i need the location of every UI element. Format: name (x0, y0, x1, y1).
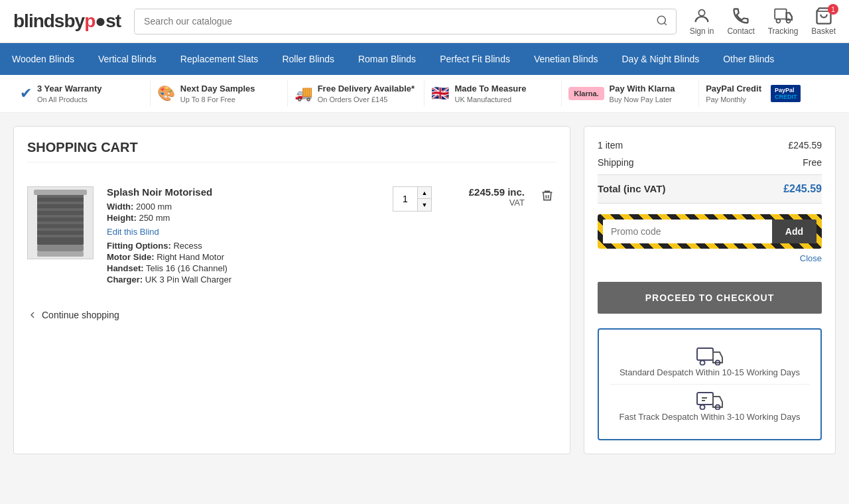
benefit-samples: 🎨 Next Day Samples Up To 8 For Free (151, 81, 287, 107)
promo-input[interactable] (603, 220, 772, 243)
summary-total-label: Total (inc VAT) (598, 183, 666, 195)
summary-shipping-value: Free (803, 157, 822, 168)
svg-rect-17 (37, 251, 84, 257)
price-vat: VAT (509, 198, 525, 208)
nav-replacement-slats[interactable]: Replacement Slats (168, 43, 271, 75)
paypal-logo: PayPalCREDIT (771, 85, 801, 102)
delivery-standard-text: Standard Despatch Within 10-15 Working D… (620, 367, 800, 377)
promo-inner: Add (603, 220, 816, 243)
truck-icon (774, 7, 793, 25)
benefit-warranty-text: 3 Year Warranty On All Products (37, 84, 102, 104)
svg-rect-15 (37, 235, 84, 237)
header-icons: Sign in Contact Tracking 1 Basket (690, 7, 836, 36)
delivery-icon: 🚚 (294, 85, 312, 102)
uk-flag-icon: 🇬🇧 (431, 85, 449, 102)
summary-total-row: Total (inc VAT) £245.59 (598, 174, 822, 204)
continue-shopping-link[interactable]: Continue shopping (27, 310, 556, 320)
search-button[interactable] (648, 9, 676, 34)
summary-item-row: 1 item £245.59 (598, 140, 822, 151)
delivery-fast-text: Fast Track Despatch Within 3-10 Working … (620, 412, 801, 422)
benefit-measure-text: Made To Measure UK Manufactured (454, 84, 526, 104)
promo-close: Close (598, 253, 822, 263)
nav-roller-blinds[interactable]: Roller Blinds (270, 43, 346, 75)
nav-roman-blinds[interactable]: Roman Blinds (346, 43, 428, 75)
product-image (31, 188, 90, 258)
tracking-button[interactable]: Tracking (768, 7, 799, 36)
cart-item-price: £245.59 inc. VAT (458, 186, 525, 208)
header: blindsbyp●st Sign in Contact Tracking 1 … (0, 0, 849, 43)
benefit-paypal: PayPal Credit Pay Monthly PayPalCREDIT (699, 81, 836, 107)
cart-item-motor: Motor Side: Right Hand Motor (107, 252, 379, 262)
svg-rect-7 (34, 190, 87, 195)
nav-venetian-blinds[interactable]: Venetian Blinds (522, 43, 610, 75)
cart-item-image (27, 186, 94, 259)
basket-button[interactable]: 1 Basket (811, 7, 836, 36)
svg-point-19 (700, 361, 705, 365)
search-input[interactable] (135, 9, 648, 33)
summary-shipping-row: Shipping Free (598, 157, 822, 168)
summary-box: 1 item £245.59 Shipping Free Total (inc … (584, 126, 836, 454)
svg-point-2 (698, 10, 704, 16)
benefit-klarna-text: Pay With Klarna Buy Now Pay Later (610, 84, 675, 104)
svg-rect-10 (37, 202, 84, 204)
benefit-paypal-text: PayPal Credit Pay Monthly (706, 84, 761, 104)
summary-shipping-label: Shipping (598, 157, 634, 168)
cart-item-handset: Handset: Telis 16 (16 Channel) (107, 263, 379, 273)
svg-rect-14 (37, 228, 84, 231)
summary-item-label: 1 item (598, 140, 623, 151)
qty-up-button[interactable]: ▲ (418, 187, 431, 199)
basket-badge: 1 (828, 4, 838, 15)
delivery-truck-icon (696, 347, 723, 367)
svg-point-4 (776, 19, 780, 23)
summary-item-price: £245.59 (788, 140, 822, 151)
benefit-samples-text: Next Day Samples Up To 8 For Free (180, 84, 255, 104)
contact-button[interactable]: Contact (727, 7, 754, 36)
qty-arrows: ▲ ▼ (417, 187, 431, 211)
promo-close-link[interactable]: Close (800, 253, 822, 263)
nav-wooden-blinds[interactable]: Wooden Blinds (0, 43, 86, 75)
svg-rect-18 (697, 348, 713, 360)
svg-rect-3 (775, 9, 787, 19)
edit-blind-link[interactable]: Edit this Blind (107, 227, 159, 237)
delete-item-button[interactable]: path{stroke:#555;stroke-width:2;fill:non… (538, 186, 556, 208)
svg-rect-16 (37, 245, 84, 251)
sign-in-label: Sign in (690, 27, 714, 36)
svg-point-22 (700, 405, 705, 410)
quantity-box: ▲ ▼ (393, 186, 432, 212)
basket-label: Basket (811, 27, 836, 36)
price-main: £245.59 inc. (469, 186, 525, 198)
chevron-left-icon (27, 310, 38, 320)
delivery-fast-track: Fast Track Despatch Within 3-10 Working … (610, 384, 810, 428)
benefit-delivery: 🚚 Free Delivery Available* On Orders Ove… (288, 81, 424, 107)
svg-rect-11 (37, 208, 84, 211)
quantity-input[interactable] (393, 187, 417, 211)
nav-perfect-fit-blinds[interactable]: Perfect Fit Blinds (428, 43, 522, 75)
checkout-button[interactable]: PROCEED TO CHECKOUT (598, 282, 822, 314)
cart-item-name: Splash Noir Motorised (107, 186, 379, 198)
search-icon (656, 15, 668, 27)
trash-icon: path{stroke:#555;stroke-width:2;fill:non… (541, 189, 554, 202)
benefit-klarna: Klarna. Pay With Klarna Buy Now Pay Late… (562, 81, 698, 107)
promo-wrapper: Add Close (598, 214, 822, 263)
benefit-delivery-text: Free Delivery Available* On Orders Over … (318, 84, 415, 104)
promo-stripe: Add (598, 214, 822, 249)
qty-down-button[interactable]: ▼ (418, 199, 431, 211)
fast-truck-icon (696, 391, 723, 412)
search-bar (134, 9, 677, 34)
svg-line-1 (664, 23, 666, 25)
delivery-options: Standard Despatch Within 10-15 Working D… (598, 328, 822, 440)
svg-rect-9 (37, 195, 84, 198)
logo[interactable]: blindsbyp●st (13, 11, 121, 32)
promo-add-button[interactable]: Add (772, 220, 816, 243)
warranty-icon: ✔ (20, 85, 32, 102)
order-summary: 1 item £245.59 Shipping Free Total (inc … (584, 126, 836, 454)
cart-item-charger: Charger: UK 3 Pin Wall Charger (107, 275, 379, 284)
benefit-made-to-measure: 🇬🇧 Made To Measure UK Manufactured (424, 81, 561, 107)
nav-other-blinds[interactable]: Other Blinds (711, 43, 786, 75)
user-icon (692, 7, 711, 25)
main-nav: Wooden Blinds Vertical Blinds Replacemen… (0, 43, 849, 75)
nav-vertical-blinds[interactable]: Vertical Blinds (86, 43, 168, 75)
nav-day-night-blinds[interactable]: Day & Night Blinds (610, 43, 711, 75)
sign-in-button[interactable]: Sign in (690, 7, 714, 36)
cart-title: SHOPPING CART (27, 140, 556, 162)
